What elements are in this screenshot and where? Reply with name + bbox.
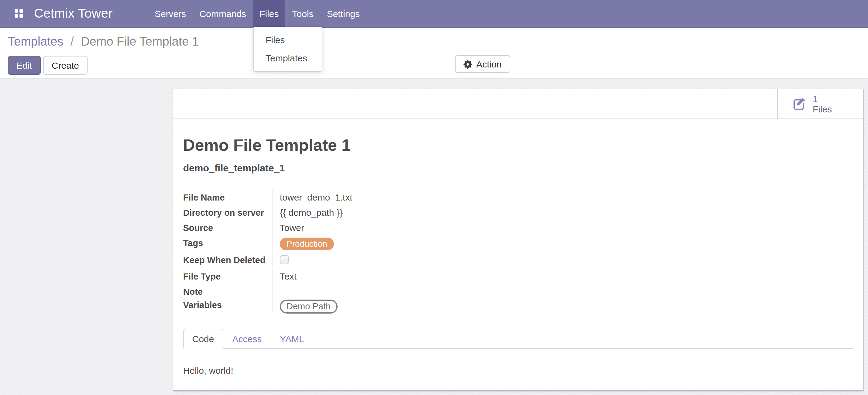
keep-when-deleted-checkbox[interactable] (280, 255, 289, 264)
menu-servers[interactable]: Servers (148, 0, 192, 27)
field-row-keep-when-deleted: Keep When Deleted (183, 252, 524, 269)
action-button-label: Action (476, 59, 501, 69)
field-value-keep-when-deleted (273, 252, 289, 269)
field-group: File Name tower_demo_1.txt Directory on … (183, 190, 524, 316)
code-content: Hello, world! (183, 364, 854, 376)
apps-menu-button[interactable] (0, 0, 30, 27)
apps-grid-icon (14, 9, 23, 18)
field-label: Tags (183, 235, 273, 251)
field-label: Variables (183, 297, 273, 312)
content-area: 1 Files Demo File Template 1 demo_file_t… (0, 79, 868, 395)
control-panel: Templates / Demo File Template 1 Edit Cr… (0, 28, 868, 79)
menu-settings[interactable]: Settings (320, 0, 367, 27)
main-menu: Servers Commands Files Files Templates T… (148, 0, 367, 27)
field-label: Note (183, 284, 273, 297)
breadcrumb-templates-link[interactable]: Templates (8, 35, 63, 48)
field-label: File Type (183, 269, 273, 284)
edit-button[interactable]: Edit (8, 56, 41, 75)
field-row-source: Source Tower (183, 220, 524, 235)
tab-yaml[interactable]: YAML (271, 328, 313, 349)
stat-label: Files (813, 104, 832, 114)
notebook-tabs: Code Access YAML (183, 328, 854, 349)
field-label: Directory on server (183, 205, 273, 220)
field-row-variables: Variables Demo Path (183, 297, 524, 316)
field-value-file-type: Text (273, 269, 297, 284)
field-value-source: Tower (273, 220, 304, 235)
menu-commands[interactable]: Commands (193, 0, 253, 27)
gear-icon (464, 60, 472, 68)
field-row-file-name: File Name tower_demo_1.txt (183, 190, 524, 205)
stat-text: 1 Files (813, 94, 832, 114)
field-row-note: Note (183, 284, 524, 297)
field-label: Keep When Deleted (183, 252, 273, 267)
form-sheet: 1 Files Demo File Template 1 demo_file_t… (173, 89, 864, 391)
top-navbar: Cetmix Tower Servers Commands Files File… (0, 0, 868, 28)
field-value-file-name: tower_demo_1.txt (273, 190, 352, 205)
tab-access[interactable]: Access (223, 328, 271, 349)
button-box: 1 Files (173, 89, 863, 119)
brand-title: Cetmix Tower (30, 0, 116, 27)
field-value-directory: {{ demo_path }} (273, 205, 343, 220)
sheet-body: Demo File Template 1 demo_file_template_… (173, 119, 863, 316)
stat-value: 1 (813, 94, 832, 104)
field-row-directory: Directory on server {{ demo_path }} (183, 205, 524, 220)
action-menu-button[interactable]: Action (455, 55, 510, 73)
dropdown-item-files[interactable]: Files (253, 31, 322, 49)
files-stat-button[interactable]: 1 Files (777, 89, 863, 119)
create-button[interactable]: Create (43, 56, 88, 75)
field-row-file-type: File Type Text (183, 269, 524, 284)
app-window: Cetmix Tower Servers Commands Files File… (0, 0, 868, 395)
field-value-tags: Production (273, 235, 334, 252)
menu-tools[interactable]: Tools (286, 0, 320, 27)
field-value-variables: Demo Path (273, 297, 337, 316)
record-reference: demo_file_template_1 (183, 163, 854, 174)
field-label: File Name (183, 190, 273, 205)
breadcrumb: Templates / Demo File Template 1 (8, 28, 860, 49)
field-row-tags: Tags Production (183, 235, 524, 252)
form-buttons: Edit Create (8, 56, 860, 75)
dropdown-item-templates[interactable]: Templates (253, 49, 322, 67)
field-label: Source (183, 220, 273, 235)
files-dropdown: Files Templates (253, 27, 322, 72)
edit-file-icon (792, 96, 807, 111)
record-title: Demo File Template 1 (183, 136, 854, 154)
field-value-note (273, 284, 280, 288)
breadcrumb-separator: / (67, 35, 77, 48)
menu-files[interactable]: Files Files Templates (253, 0, 285, 27)
breadcrumb-current: Demo File Template 1 (81, 35, 199, 48)
tab-code[interactable]: Code (183, 328, 223, 349)
tag-production: Production (280, 237, 334, 250)
variable-demo-path-pill: Demo Path (280, 300, 337, 314)
